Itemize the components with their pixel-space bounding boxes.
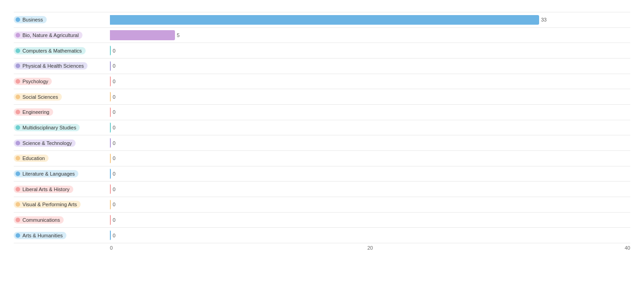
bar-row: Liberal Arts & History0	[14, 182, 630, 197]
chart-area: Business33Bio, Nature & Agricultural5Com…	[14, 12, 630, 251]
bar-track: 0	[110, 182, 630, 197]
bar-label: Computers & Mathematics	[14, 47, 110, 54]
bar-label: Visual & Performing Arts	[14, 201, 110, 208]
bar-row: Communications0	[14, 213, 630, 228]
bar-fill	[110, 169, 111, 178]
bar-fill	[110, 76, 111, 86]
bar-fill	[110, 200, 111, 209]
bar-label: Literature & Languages	[14, 170, 110, 177]
bar-label: Psychology	[14, 78, 110, 85]
bar-track: 0	[110, 105, 630, 120]
bar-fill	[110, 15, 539, 25]
bar-track: 0	[110, 135, 630, 150]
bar-row: Arts & Humanities0	[14, 228, 630, 243]
bar-row: Bio, Nature & Agricultural5	[14, 28, 630, 43]
bar-label: Physical & Health Sciences	[14, 62, 110, 70]
bar-track: 5	[110, 28, 630, 43]
bar-row: Education0	[14, 151, 630, 166]
chart-container: Business33Bio, Nature & Agricultural5Com…	[0, 0, 644, 289]
bar-fill	[110, 123, 111, 132]
bar-fill	[110, 154, 111, 163]
bar-row: Social Sciences0	[14, 89, 630, 105]
bar-row: Computers & Mathematics0	[14, 43, 630, 59]
bar-fill	[110, 92, 111, 102]
bar-track: 0	[110, 74, 630, 89]
bar-track: 0	[110, 213, 630, 228]
bar-fill	[110, 215, 111, 225]
bar-fill	[110, 61, 111, 71]
bar-track: 0	[110, 197, 630, 212]
bar-label: Communications	[14, 216, 110, 224]
bar-fill	[110, 184, 111, 194]
bar-label: Social Sciences	[14, 93, 110, 101]
bar-label: Science & Technology	[14, 139, 110, 147]
bar-label: Liberal Arts & History	[14, 186, 110, 193]
bar-track: 0	[110, 151, 630, 166]
bar-fill	[110, 46, 111, 55]
bar-fill	[110, 107, 111, 117]
bar-label: Engineering	[14, 108, 110, 116]
bar-label: Multidisciplinary Studies	[14, 124, 110, 131]
bar-fill	[110, 138, 111, 148]
x-axis-label: 20	[367, 245, 373, 251]
x-axis: 02040	[110, 243, 630, 251]
bar-row: Business33	[14, 12, 630, 28]
bar-fill	[110, 30, 175, 40]
bar-track: 0	[110, 120, 630, 135]
bar-label: Education	[14, 155, 110, 162]
bar-row: Literature & Languages0	[14, 166, 630, 182]
bar-row: Psychology0	[14, 74, 630, 90]
bar-fill	[110, 230, 111, 240]
x-axis-label: 0	[110, 245, 113, 251]
bars-section: Business33Bio, Nature & Agricultural5Com…	[14, 12, 630, 243]
bar-label: Business	[14, 16, 110, 23]
bar-label: Bio, Nature & Agricultural	[14, 32, 110, 39]
bar-label: Arts & Humanities	[14, 232, 110, 239]
bar-row: Physical & Health Sciences0	[14, 59, 630, 74]
bar-row: Engineering0	[14, 105, 630, 120]
bar-track: 0	[110, 59, 630, 74]
x-axis-label: 40	[625, 245, 630, 251]
bar-track: 0	[110, 43, 630, 58]
bar-track: 33	[110, 12, 630, 27]
bar-row: Science & Technology0	[14, 135, 630, 151]
bar-row: Visual & Performing Arts0	[14, 197, 630, 213]
bar-track: 0	[110, 89, 630, 104]
bar-track: 0	[110, 166, 630, 182]
bar-track: 0	[110, 228, 630, 243]
bar-row: Multidisciplinary Studies0	[14, 120, 630, 136]
